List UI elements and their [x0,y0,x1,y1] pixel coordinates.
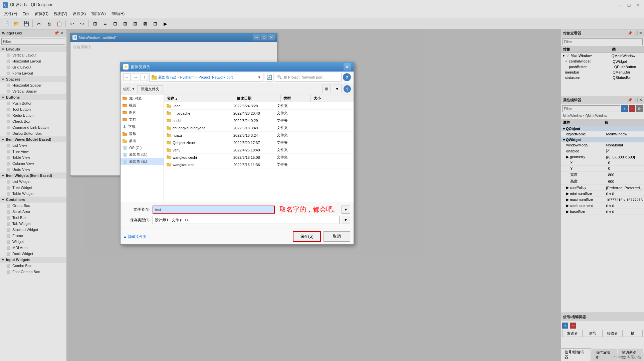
file-row-idea[interactable]: .idea 2022/8/24 3:28 文件夹 [164,102,354,110]
pycache-folder-icon [167,111,171,115]
dialog-titlebar: 📁 窗体另存为 ✕ [121,62,354,72]
filename-dropdown[interactable]: ▼ [342,206,350,214]
huatu-folder-icon [167,133,171,137]
sidebar-video[interactable]: 视频 [121,102,164,109]
breadcrumb-part1[interactable]: 新加卷 (E:) [158,75,176,80]
desktop-folder-icon [123,139,127,143]
file-type-wangkou-end: 文件夹 [274,162,301,167]
file-size-pycache [301,113,321,114]
search-input[interactable] [283,75,339,79]
sidebar-drive-d[interactable]: 💿 新加卷 (D:) [121,151,164,158]
search-icon: 🔍 [277,75,282,80]
dialog-content: 3D 对象 视频 图片 文档 ⬇ 下载 [121,95,354,202]
file-name-ceshi: ceshi [164,118,231,123]
refresh-button[interactable]: 🔄 [265,73,273,82]
file-date-venv: 2022/4/25 18:49 [231,148,274,152]
sidebar-video-label: 视频 [129,103,136,108]
view-button-2[interactable]: ▼ [333,85,342,93]
dialog-bottom-form: 文件名(N): 取名字的，都会吧。 ▼ 保存类型(T): ▼ [121,202,354,229]
sidebar-music-label: 音乐 [129,131,136,136]
file-name-wangkou-end: wangkou end [164,162,231,167]
nav-forward-button[interactable]: → [132,74,139,81]
dialog-help-button[interactable]: ? [344,85,351,93]
drive-d-icon: 💿 [123,152,128,157]
dialog-file-area: 名称 ▲ 修改日期 类型 大小 .idea 2022/8/24 3:28 文件夹 [164,95,354,202]
sidebar-downloads-label: 下载 [128,124,136,129]
sidebar-pictures[interactable]: 图片 [121,109,164,116]
annotation-text: 取名字的，都会吧。 [279,205,340,214]
file-row-ceshi[interactable]: ceshi 2022/8/24 0:29 文件夹 [164,117,354,124]
breadcrumb-dropdown-arrow[interactable]: ▼ [257,75,261,79]
venv-folder-icon [167,148,171,152]
sidebar-documents-label: 文档 [129,117,136,122]
file-list: .idea 2022/8/24 3:28 文件夹 __pycache__ 202… [164,102,354,202]
file-type-huatu: 文件夹 [274,132,301,138]
wangkou-ceshi-icon [167,155,171,159]
breadcrumb-bar: ← → ↑ 新加卷 (E:) › Pycharm › Project_Netwo… [121,72,354,83]
new-folder-button[interactable]: 新建文件夹 [137,85,163,93]
filetype-row: 保存类型(T): ▼ [124,216,350,224]
file-size-ceshi [301,120,321,121]
nav-back-button[interactable]: ← [123,74,131,81]
sidebar-drive-e[interactable]: 💿 新加卷 (E:) [121,158,164,165]
filename-input[interactable] [153,206,275,214]
sidebar-drive-e-label: 新加卷 (E:) [129,159,147,164]
file-size-wangkou-ceshi [301,157,321,158]
breadcrumb-sep-1: › [178,75,179,79]
save-dialog: 📁 窗体另存为 ✕ ← → ↑ 新加卷 (E:) › Pycharm › Pro… [120,62,354,245]
sidebar-documents[interactable]: 文档 [121,116,164,123]
help-button[interactable]: ? [343,73,351,81]
hide-folder-button[interactable]: ▲ 隐藏文件夹 [121,233,149,241]
breadcrumb-part3[interactable]: Project_Network port [199,75,233,79]
col-header-type[interactable]: 类型 [281,95,311,102]
filename-label: 文件名(N): [124,207,151,212]
dialog-title: 窗体另存为 [131,64,344,70]
col-header-date[interactable]: 修改日期 [234,95,281,102]
col-header-size[interactable]: 大小 [311,95,334,102]
os-c-icon: 💿 [123,145,128,150]
search-box: 🔍 [275,73,342,82]
file-size-idea [301,106,321,106]
sidebar-music[interactable]: 音乐 [121,130,164,137]
file-date-chuangkou: 2022/5/18 3:49 [231,126,274,130]
file-row-venv[interactable]: venv 2022/4/25 18:49 文件夹 [164,146,354,154]
hide-folder-label: 隐藏文件夹 [128,234,147,239]
collapse-arrow-icon: ▲ [123,235,127,239]
3d-folder-icon [123,97,127,100]
dialog-actions-bar: ▲ 隐藏文件夹 保存(S) 取消 [121,229,354,244]
col-header-name[interactable]: 名称 ▲ [164,95,234,102]
file-type-chuangkou: 文件夹 [274,125,301,131]
file-type-wangkou-ceshi: 文件夹 [274,154,301,160]
video-folder-icon [123,104,127,107]
breadcrumb-path: 新加卷 (E:) › Pycharm › Project_Network por… [149,73,263,82]
file-name-venv: venv [164,148,231,152]
file-row-wangkou-end[interactable]: wangkou end 2022/5/16 11:36 文件夹 [164,161,354,168]
file-row-chuangkou[interactable]: chuangkoudiaoyong 2022/5/18 3:49 文件夹 [164,124,354,132]
file-row-qobject[interactable]: Qobject zixue 2022/5/20 17:37 文件夹 [164,139,354,146]
sidebar-desktop-label: 桌面 [129,138,136,143]
dialog-close-button[interactable]: ✕ [344,63,351,71]
file-date-qobject: 2022/5/20 17:37 [231,140,274,145]
file-date-wangkou-ceshi: 2022/5/18 15:08 [231,155,274,160]
dialog-toolbar: 组织 ▼ 新建文件夹 ⊞ ▼ ? [121,83,354,95]
cancel-button[interactable]: 取消 [324,231,350,242]
file-name-huatu: huatu [164,133,231,138]
breadcrumb-part2[interactable]: Pycharm [180,75,194,79]
file-type-venv: 文件夹 [274,147,301,153]
org-label: 组织 ▼ [123,87,135,92]
sidebar-3d-label: 3D 对象 [129,96,142,101]
sidebar-os-c[interactable]: 💿 OS (C:) [121,144,164,151]
sidebar-3d[interactable]: 3D 对象 [121,95,164,102]
save-button[interactable]: 保存(S) [293,231,321,242]
sidebar-desktop[interactable]: 桌面 [121,137,164,144]
file-row-pycache[interactable]: __pycache__ 2022/4/28 20:40 文件夹 [164,110,354,117]
sidebar-downloads[interactable]: ⬇ 下载 [121,123,164,130]
nav-up-button[interactable]: ↑ [141,74,148,81]
dialog-sidebar: 3D 对象 视频 图片 文档 ⬇ 下载 [121,95,164,202]
view-button-1[interactable]: ⊞ [322,85,331,93]
file-row-wangkou-ceshi[interactable]: wangkou ceshi 2022/5/18 15:08 文件夹 [164,154,354,161]
file-row-huatu[interactable]: huatu 2022/5/18 3:24 文件夹 [164,132,354,139]
file-type-ceshi: 文件夹 [274,118,301,123]
filetype-dropdown[interactable]: ▼ [342,216,350,224]
filetype-input[interactable] [153,216,340,224]
